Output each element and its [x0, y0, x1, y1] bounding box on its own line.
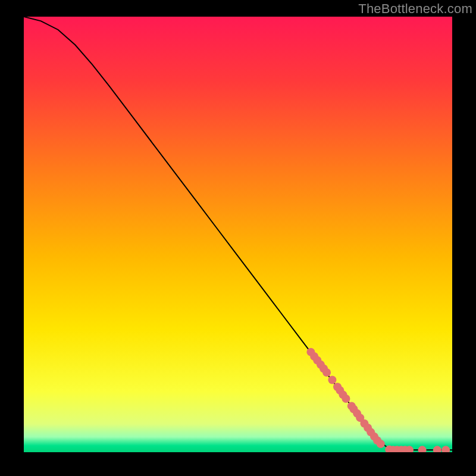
- gradient-background: [24, 17, 452, 452]
- data-marker: [342, 394, 350, 403]
- data-marker: [328, 375, 336, 384]
- data-marker: [377, 440, 385, 448]
- plot-area: [24, 17, 452, 452]
- chart-container: TheBottleneck.com: [0, 0, 476, 476]
- watermark-text: TheBottleneck.com: [358, 1, 472, 17]
- chart-svg: [24, 17, 452, 452]
- data-marker: [322, 368, 331, 377]
